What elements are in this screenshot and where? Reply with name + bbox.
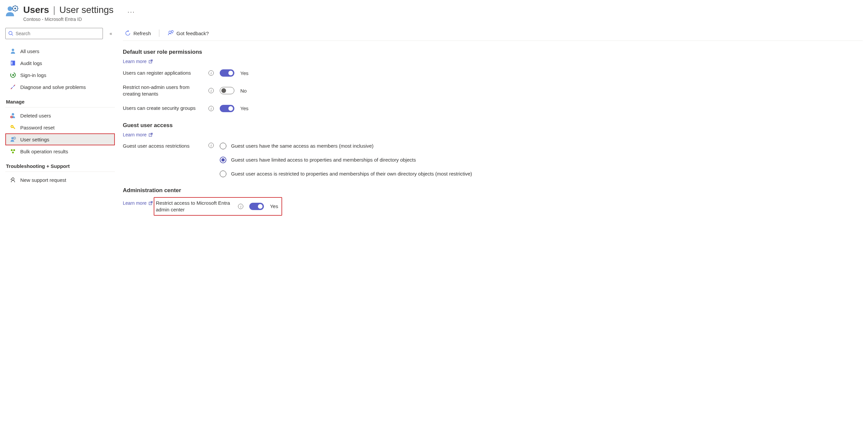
users-gear-icon	[5, 5, 19, 19]
sidebar-item-audit-logs[interactable]: Audit logs	[5, 57, 115, 69]
svg-point-26	[11, 149, 12, 151]
svg-point-0	[8, 6, 12, 11]
support-icon	[10, 177, 16, 183]
toggle-value: Yes	[240, 105, 248, 111]
toggle-value: No	[240, 88, 247, 94]
admin-restrict-highlight: Restrict access to Microsoft Entra admin…	[154, 197, 282, 216]
toggle-restrict-admin[interactable]	[249, 203, 264, 210]
setting-restrict-admin-center: Restrict access to Microsoft Entra admin…	[156, 200, 278, 213]
info-icon[interactable]: i	[209, 106, 214, 111]
sidebar-section-manage: Manage	[5, 93, 115, 107]
sidebar-search[interactable]	[5, 28, 103, 39]
toggle-create-groups[interactable]	[220, 105, 234, 112]
sidebar-item-label: Password reset	[20, 125, 55, 130]
toolbar: Refresh Got feedback?	[123, 28, 863, 41]
refresh-label: Refresh	[133, 31, 151, 36]
sidebar: « All users Audit logs Sign-in logs	[5, 28, 115, 226]
search-icon	[8, 31, 13, 36]
sidebar-item-label: Bulk operation results	[20, 149, 68, 154]
radio-label: Guest user access is restricted to prope…	[231, 171, 472, 177]
person-icon	[10, 48, 16, 55]
radio-option-restrictive[interactable]: Guest user access is restricted to prope…	[220, 170, 472, 177]
feedback-icon	[167, 30, 174, 36]
toggle-value: Yes	[270, 203, 278, 209]
collapse-sidebar-button[interactable]: «	[107, 31, 115, 36]
info-icon[interactable]: i	[209, 88, 214, 93]
sidebar-item-user-settings[interactable]: User settings	[5, 133, 115, 145]
learn-more-label: Learn more	[123, 59, 147, 64]
svg-point-11	[9, 32, 12, 35]
svg-line-12	[12, 34, 13, 36]
learn-more-link[interactable]: Learn more	[123, 200, 153, 206]
signin-icon	[10, 72, 16, 78]
section-admin-center: Administration center Learn more Restric…	[123, 187, 863, 216]
svg-point-29	[11, 178, 14, 180]
log-icon	[10, 60, 16, 66]
section-title: Default user role permissions	[123, 49, 863, 55]
setting-label: Users can register applications	[123, 70, 203, 76]
sidebar-item-label: Sign-in logs	[20, 72, 46, 78]
search-input[interactable]	[16, 31, 100, 36]
sidebar-item-label: User settings	[20, 137, 50, 143]
sidebar-item-signin-logs[interactable]: Sign-in logs	[5, 69, 115, 81]
svg-rect-22	[13, 127, 15, 129]
toggle-register-apps[interactable]	[220, 69, 234, 77]
setting-create-groups: Users can create security groups i Yes	[123, 105, 863, 112]
external-link-icon	[149, 201, 153, 205]
learn-more-link[interactable]: Learn more	[123, 132, 153, 137]
key-icon	[10, 124, 16, 131]
refresh-icon	[125, 30, 131, 36]
external-link-icon	[149, 133, 153, 137]
setting-register-apps: Users can register applications i Yes	[123, 69, 863, 77]
radio-button[interactable]	[220, 157, 226, 163]
info-icon[interactable]: i	[209, 143, 214, 148]
info-icon[interactable]: i	[238, 204, 243, 209]
deleted-user-icon	[10, 112, 16, 119]
toggle-value: Yes	[240, 70, 248, 76]
section-default-permissions: Default user role permissions Learn more…	[123, 49, 863, 112]
radio-button[interactable]	[220, 170, 226, 177]
setting-label: Guest user access restrictions	[123, 143, 203, 149]
svg-point-13	[11, 49, 14, 51]
radio-label: Guest users have the same access as memb…	[231, 143, 373, 149]
toggle-restrict-tenants[interactable]	[220, 87, 234, 94]
sidebar-item-all-users[interactable]: All users	[5, 45, 115, 57]
user-settings-icon	[10, 136, 16, 143]
section-title: Guest user access	[123, 122, 863, 129]
refresh-button[interactable]: Refresh	[123, 30, 153, 37]
radio-option-inclusive[interactable]: Guest users have the same access as memb…	[220, 143, 472, 149]
setting-label: Users can create security groups	[123, 105, 203, 112]
page-header: Users | User settings Contoso - Microsof…	[5, 3, 863, 28]
svg-point-30	[168, 31, 171, 33]
bulk-icon	[10, 148, 16, 155]
svg-point-21	[11, 126, 13, 127]
feedback-button[interactable]: Got feedback?	[165, 29, 211, 37]
svg-point-25	[14, 138, 14, 138]
sidebar-item-deleted-users[interactable]: Deleted users	[5, 109, 115, 121]
sidebar-item-label: New support request	[20, 177, 66, 183]
svg-point-28	[12, 152, 13, 153]
learn-more-link[interactable]: Learn more	[123, 59, 153, 64]
tenant-subtitle: Contoso - Microsoft Entra ID	[23, 17, 114, 22]
svg-rect-19	[11, 117, 12, 118]
svg-point-2	[14, 8, 16, 9]
more-actions-button[interactable]: ···	[127, 8, 135, 15]
sidebar-item-bulk-results[interactable]: Bulk operation results	[5, 145, 115, 157]
guest-access-radio-group: Guest users have the same access as memb…	[220, 143, 472, 177]
sidebar-item-label: Diagnose and solve problems	[20, 84, 86, 90]
sidebar-item-new-support[interactable]: New support request	[5, 174, 115, 186]
sidebar-item-diagnose[interactable]: Diagnose and solve problems	[5, 81, 115, 93]
sidebar-item-label: Deleted users	[20, 113, 51, 119]
main-content: Refresh Got feedback? Default user role …	[123, 28, 863, 226]
info-icon[interactable]: i	[209, 70, 214, 76]
sidebar-item-label: All users	[20, 49, 39, 54]
radio-label: Guest users have limited access to prope…	[231, 157, 416, 163]
setting-label: Restrict access to Microsoft Entra admin…	[156, 200, 232, 213]
radio-option-limited[interactable]: Guest users have limited access to prope…	[220, 157, 472, 163]
radio-button[interactable]	[220, 143, 226, 149]
sidebar-item-password-reset[interactable]: Password reset	[5, 121, 115, 133]
page-title: Users | User settings	[23, 5, 114, 15]
learn-more-label: Learn more	[123, 132, 147, 137]
learn-more-label: Learn more	[123, 200, 147, 206]
toolbar-divider	[159, 30, 159, 37]
